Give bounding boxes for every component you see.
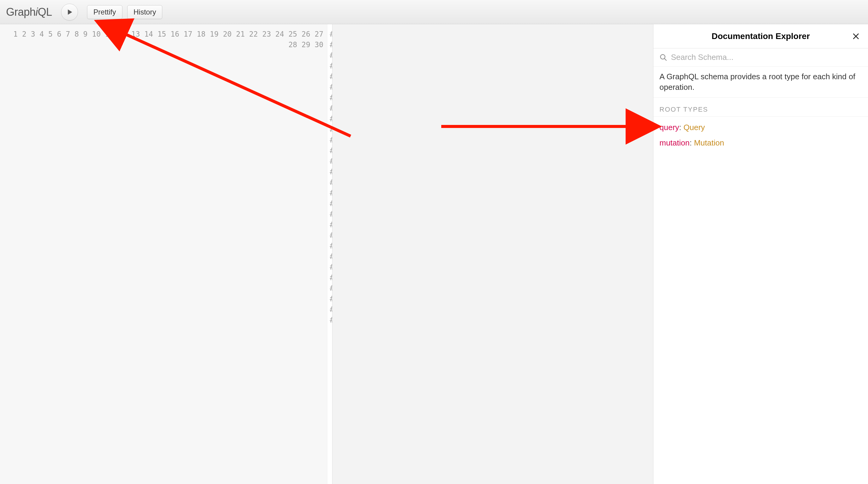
toolbar: GraphiQL Prettify History	[0, 0, 868, 24]
root-type-row: query: Query	[659, 120, 862, 135]
search-icon	[659, 54, 667, 61]
line-gutter: 1 2 3 4 5 6 7 8 9 10 11 12 13 14 15 16 1…	[0, 24, 327, 484]
root-type-field[interactable]: mutation	[659, 138, 690, 147]
root-type-field[interactable]: query	[659, 123, 679, 132]
logo-text-suffix: QL	[38, 6, 52, 18]
root-types-list: query: Querymutation: Mutation	[653, 116, 868, 154]
play-icon	[66, 8, 73, 16]
close-docs-button[interactable]	[851, 31, 861, 41]
execute-button[interactable]	[61, 4, 78, 21]
docs-explorer: Documentation Explorer A GraphQL schema …	[653, 24, 868, 484]
colon: :	[679, 123, 683, 132]
query-editor[interactable]: # Welcome to GraphiQL # # GraphiQL is an…	[327, 24, 332, 484]
close-icon	[852, 33, 860, 40]
root-types-label: ROOT TYPES	[653, 98, 868, 116]
docs-description: A GraphQL schema provides a root type fo…	[653, 66, 868, 98]
main-area: 1 2 3 4 5 6 7 8 9 10 11 12 13 14 15 16 1…	[0, 24, 868, 484]
history-button[interactable]: History	[127, 5, 163, 19]
docs-title: Documentation Explorer	[711, 31, 810, 41]
svg-line-1	[664, 58, 666, 60]
app-logo: GraphiQL	[6, 6, 52, 19]
prettify-button[interactable]: Prettify	[87, 5, 122, 19]
results-pane	[333, 24, 653, 484]
logo-text-i: i	[36, 6, 38, 18]
docs-search-row	[653, 49, 868, 66]
query-editor-pane: 1 2 3 4 5 6 7 8 9 10 11 12 13 14 15 16 1…	[0, 24, 333, 484]
root-type-row: mutation: Mutation	[659, 135, 862, 151]
logo-text-prefix: Graph	[6, 6, 36, 18]
colon: :	[690, 138, 694, 147]
root-type-type[interactable]: Mutation	[694, 138, 724, 147]
docs-header: Documentation Explorer	[653, 24, 868, 49]
root-type-type[interactable]: Query	[684, 123, 705, 132]
docs-search-input[interactable]	[671, 53, 862, 62]
